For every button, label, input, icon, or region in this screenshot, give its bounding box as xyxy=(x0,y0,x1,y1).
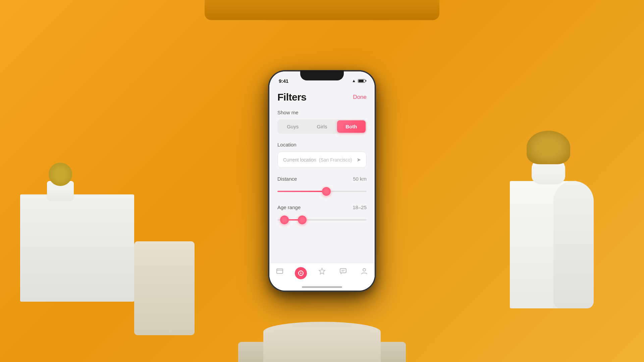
phone-wrapper: 9:41 ▲ Filters Done Show me xyxy=(268,70,376,292)
nav-item-explore[interactable] xyxy=(292,267,309,279)
page-title: Filters xyxy=(277,92,307,103)
app-header: Filters Done xyxy=(277,86,367,110)
nav-item-messages[interactable] xyxy=(335,267,352,275)
location-section: Location Current location (San Francisco… xyxy=(277,142,367,168)
cards-icon xyxy=(276,267,284,275)
profile-icon xyxy=(360,267,368,275)
age-thumb-min[interactable] xyxy=(280,216,289,224)
deco-cylinder xyxy=(134,241,195,335)
age-thumb-max[interactable] xyxy=(298,216,307,224)
nav-item-profile[interactable] xyxy=(356,267,373,275)
distance-header: Distance 50 km xyxy=(277,176,367,182)
distance-thumb[interactable] xyxy=(322,187,331,196)
explore-active-indicator xyxy=(295,267,307,279)
nav-item-favorites[interactable] xyxy=(314,267,330,275)
location-label: Location xyxy=(277,142,367,147)
age-track xyxy=(277,219,367,221)
svg-marker-8 xyxy=(319,268,325,274)
show-me-section: Show me Guys Girls Both xyxy=(277,110,367,134)
svg-point-12 xyxy=(363,268,366,271)
location-field[interactable]: Current location (San Francisco) ➤ xyxy=(277,152,367,168)
distance-value: 50 km xyxy=(353,176,367,182)
deco-statue xyxy=(547,181,600,308)
svg-rect-9 xyxy=(340,268,346,273)
distance-label: Distance xyxy=(277,176,297,182)
screen-content: Filters Done Show me Guys Girls Both Loc… xyxy=(269,86,375,263)
phone-notch xyxy=(300,70,344,80)
location-text: Current location (San Francisco) xyxy=(283,157,352,163)
gender-toggle-group: Guys Girls Both xyxy=(277,119,367,134)
svg-point-3 xyxy=(300,273,302,274)
deco-pot-right xyxy=(527,134,570,184)
age-header: Age range 18–25 xyxy=(277,204,367,210)
deco-pedestal xyxy=(263,322,381,362)
distance-section: Distance 50 km xyxy=(277,176,367,196)
distance-fill xyxy=(277,191,326,192)
show-me-label: Show me xyxy=(277,110,367,115)
home-indicator xyxy=(302,286,342,288)
explore-icon xyxy=(297,269,305,277)
wifi-icon: ▲ xyxy=(352,78,356,83)
toggle-guys[interactable]: Guys xyxy=(278,120,307,133)
deco-table-top xyxy=(205,0,439,20)
nav-item-cards[interactable] xyxy=(271,267,288,275)
deco-plant-left xyxy=(44,164,77,201)
age-label: Age range xyxy=(277,204,301,210)
battery-icon xyxy=(358,79,365,83)
age-slider[interactable] xyxy=(277,215,367,225)
phone-screen: 9:41 ▲ Filters Done Show me xyxy=(269,71,375,291)
toggle-both[interactable]: Both xyxy=(337,120,366,133)
location-arrow-icon: ➤ xyxy=(357,157,361,163)
favorites-icon xyxy=(318,267,326,275)
status-icons: ▲ xyxy=(352,78,365,83)
status-time: 9:41 xyxy=(279,78,288,84)
messages-icon xyxy=(339,267,347,275)
toggle-girls[interactable]: Girls xyxy=(308,120,336,133)
age-value: 18–25 xyxy=(353,204,367,210)
svg-rect-0 xyxy=(277,269,283,274)
distance-slider[interactable] xyxy=(277,186,367,196)
deco-left-shelf xyxy=(20,194,134,302)
battery-fill xyxy=(359,80,364,82)
phone-device: 9:41 ▲ Filters Done Show me xyxy=(268,70,376,292)
done-button[interactable]: Done xyxy=(353,94,367,101)
age-range-section: Age range 18–25 xyxy=(277,204,367,225)
